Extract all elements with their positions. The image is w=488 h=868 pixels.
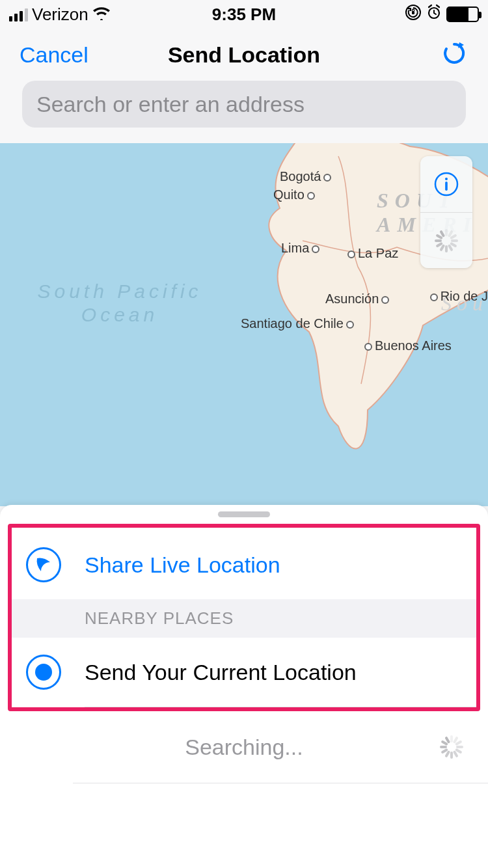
share-live-location-row[interactable]: Share Live Location bbox=[12, 530, 476, 599]
divider bbox=[73, 783, 488, 783]
svg-rect-1 bbox=[412, 11, 414, 14]
send-current-location-row[interactable]: Send Your Current Location bbox=[12, 638, 476, 707]
map-controls bbox=[420, 156, 472, 268]
city-asuncion: Asunción bbox=[325, 292, 392, 306]
city-quito: Quito bbox=[273, 187, 318, 202]
city-buenos-aires: Buenos Aires bbox=[362, 338, 452, 353]
svg-rect-5 bbox=[445, 182, 448, 191]
svg-point-4 bbox=[445, 178, 448, 180]
nearby-places-header: NEARBY PLACES bbox=[12, 599, 476, 638]
map-info-button[interactable] bbox=[420, 156, 472, 212]
searching-row: Searching... bbox=[0, 711, 488, 783]
send-current-label: Send Your Current Location bbox=[62, 660, 476, 685]
ocean-label: South Pacific Ocean bbox=[16, 280, 224, 327]
battery-icon bbox=[446, 7, 479, 22]
annotation-highlight: Share Live Location NEARBY PLACES Send Y… bbox=[8, 524, 480, 711]
refresh-button[interactable] bbox=[440, 39, 468, 70]
share-live-label: Share Live Location bbox=[62, 552, 476, 578]
search-bar bbox=[0, 81, 488, 143]
alarm-icon bbox=[426, 4, 442, 25]
bottom-sheet: Share Live Location NEARBY PLACES Send Y… bbox=[0, 505, 488, 868]
wifi-icon bbox=[92, 6, 111, 23]
divider bbox=[85, 707, 476, 707]
navigation-bar: Cancel Send Location bbox=[0, 29, 488, 81]
loading-spinner-icon bbox=[433, 228, 459, 254]
city-santiago: Santiago de Chile bbox=[241, 316, 357, 331]
rotation-lock-icon bbox=[405, 4, 422, 25]
current-location-icon bbox=[25, 653, 62, 691]
searching-label: Searching... bbox=[0, 735, 488, 760]
cancel-button[interactable]: Cancel bbox=[20, 42, 88, 68]
cellular-signal-icon bbox=[9, 7, 28, 21]
loading-spinner-icon bbox=[439, 734, 465, 760]
status-bar: Verizon 9:35 PM bbox=[0, 0, 488, 29]
map-view[interactable]: South Pacific Ocean SOUTAMERI Sou Bogotá… bbox=[0, 143, 488, 506]
share-live-icon bbox=[25, 546, 62, 584]
city-lapaz: La Paz bbox=[345, 246, 398, 261]
city-lima: Lima bbox=[281, 241, 322, 256]
carrier-label: Verizon bbox=[32, 5, 88, 25]
city-rio: Rio de J bbox=[427, 289, 488, 304]
city-bogota: Bogotá bbox=[280, 169, 334, 184]
sheet-grabber[interactable] bbox=[218, 511, 270, 517]
map-locate-button[interactable] bbox=[420, 212, 472, 268]
search-input[interactable] bbox=[22, 81, 466, 128]
